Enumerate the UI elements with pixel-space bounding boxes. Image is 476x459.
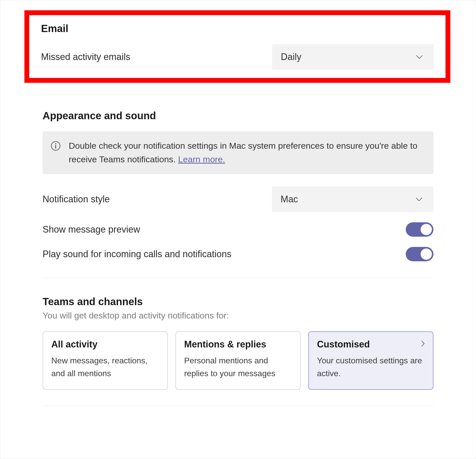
- play-sound-toggle[interactable]: [406, 247, 433, 261]
- notification-style-row: Notification style Mac: [43, 186, 433, 212]
- toggle-knob: [421, 248, 432, 260]
- card-mentions-replies[interactable]: Mentions & replies Personal mentions and…: [175, 331, 301, 390]
- card-title-custom: Customised: [317, 339, 370, 350]
- card-head: Mentions & replies: [184, 339, 292, 350]
- missed-activity-label: Missed activity emails: [41, 52, 130, 62]
- card-customised[interactable]: Customised Your customised settings are …: [308, 331, 433, 390]
- toggle-knob: [421, 224, 432, 235]
- divider: [43, 94, 433, 95]
- card-all-activity[interactable]: All activity New messages, reactions, an…: [43, 331, 168, 390]
- show-preview-row: Show message preview: [43, 222, 433, 237]
- play-sound-label: Play sound for incoming calls and notifi…: [43, 249, 231, 260]
- info-banner-message: Double check your notification settings …: [69, 141, 418, 164]
- card-title-all: All activity: [51, 339, 97, 350]
- card-desc-mentions: Personal mentions and replies to your me…: [184, 354, 292, 380]
- appearance-section: Appearance and sound Double check your n…: [43, 110, 433, 278]
- svg-point-1: [55, 143, 56, 144]
- email-section-title: Email: [41, 23, 434, 34]
- svg-rect-2: [55, 145, 56, 148]
- missed-activity-value: Daily: [281, 52, 301, 62]
- divider: [43, 278, 433, 278]
- info-banner-text: Double check your notification settings …: [69, 139, 423, 166]
- teams-section: Teams and channels You will get desktop …: [43, 296, 433, 406]
- show-preview-label: Show message preview: [43, 224, 140, 235]
- card-head: All activity: [51, 339, 159, 350]
- chevron-right-icon: [421, 340, 425, 349]
- email-section-highlight: Email Missed activity emails Daily: [25, 11, 450, 83]
- card-head: Customised: [317, 339, 425, 350]
- missed-activity-row: Missed activity emails Daily: [41, 44, 434, 70]
- card-desc-custom: Your customised settings are active.: [317, 354, 425, 380]
- chevron-down-icon: [415, 196, 423, 203]
- divider: [43, 406, 433, 406]
- show-preview-toggle[interactable]: [406, 222, 433, 237]
- learn-more-link[interactable]: Learn more.: [178, 154, 225, 164]
- card-desc-all: New messages, reactions, and all mention…: [51, 354, 159, 380]
- info-banner: Double check your notification settings …: [43, 131, 433, 174]
- teams-cards: All activity New messages, reactions, an…: [43, 331, 433, 390]
- notification-style-select[interactable]: Mac: [272, 186, 433, 212]
- appearance-section-title: Appearance and sound: [43, 110, 433, 122]
- card-title-mentions: Mentions & replies: [184, 339, 266, 350]
- play-sound-row: Play sound for incoming calls and notifi…: [43, 247, 433, 261]
- content-stack: Appearance and sound Double check your n…: [43, 94, 433, 406]
- notification-style-label: Notification style: [43, 194, 110, 205]
- settings-panel: Email Missed activity emails Daily Appea…: [0, 0, 476, 459]
- info-icon: [50, 141, 61, 151]
- teams-section-subtitle: You will get desktop and activity notifi…: [43, 311, 433, 321]
- notification-style-value: Mac: [281, 194, 298, 205]
- chevron-down-icon: [416, 53, 423, 61]
- teams-section-title: Teams and channels: [43, 296, 433, 307]
- missed-activity-select[interactable]: Daily: [272, 44, 434, 70]
